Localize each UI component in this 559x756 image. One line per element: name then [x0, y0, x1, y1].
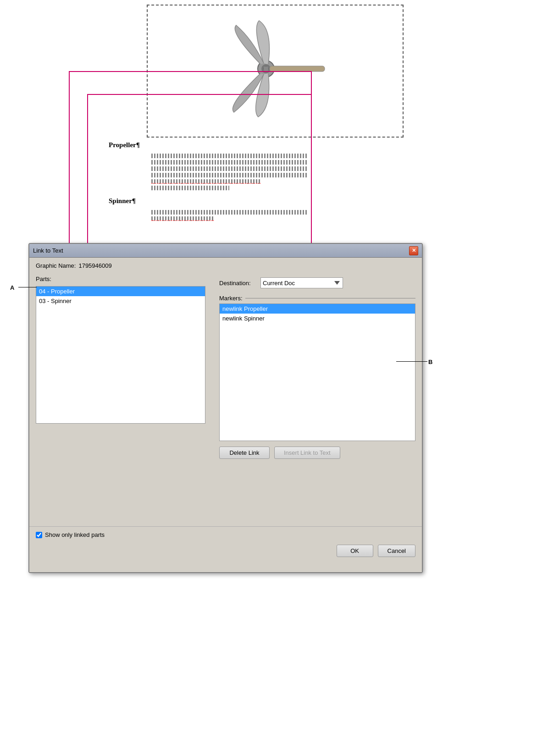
graphic-name-value: 1795946009: [78, 262, 111, 269]
link-to-text-dialog: Link to Text ✕ Graphic Name: 1795946009 …: [28, 243, 423, 573]
annotation-b: B: [428, 359, 432, 365]
parts-column: Parts: 04 - Propeller 03 - Spinner: [36, 276, 205, 424]
destination-row: Destination: Current Doc Another Doc: [219, 277, 415, 288]
show-linked-label: Show only linked parts: [45, 531, 105, 538]
markers-section: Markers: newlink Propeller newlink Spinn…: [219, 295, 415, 441]
destination-label: Destination:: [219, 280, 256, 287]
parts-list[interactable]: 04 - Propeller 03 - Spinner: [36, 286, 205, 424]
destination-select[interactable]: Current Doc Another Doc: [260, 277, 343, 288]
svg-rect-4: [264, 66, 268, 71]
annotation-b-line: [396, 361, 427, 362]
markers-item-spinner[interactable]: newlink Spinner: [220, 314, 415, 323]
spinner-heading: Spinner¶: [109, 197, 136, 205]
annotation-a: A: [10, 284, 14, 291]
two-column-layout: Parts: 04 - Propeller 03 - Spinner Desti…: [36, 276, 415, 459]
delete-link-button[interactable]: Delete Link: [219, 447, 270, 459]
dialog-titlebar: Link to Text ✕: [29, 244, 422, 258]
markers-divider: [245, 298, 415, 298]
propeller-heading: Propeller¶: [109, 141, 140, 149]
dialog-close-button[interactable]: ✕: [409, 246, 418, 255]
dialog-inner: Graphic Name: 1795946009 Parts: 04 - Pro…: [29, 258, 422, 459]
cancel-button[interactable]: Cancel: [378, 545, 415, 557]
graphic-name-row: Graphic Name: 1795946009: [36, 262, 415, 269]
ok-cancel-row: OK Cancel: [36, 545, 415, 557]
show-linked-parts-row: Show only linked parts: [36, 531, 415, 538]
graphic-name-label: Graphic Name:: [36, 262, 76, 269]
markers-item-propeller[interactable]: newlink Propeller: [220, 304, 415, 314]
parts-item-spinner[interactable]: 03 - Spinner: [36, 296, 205, 306]
markers-label-text: Markers:: [219, 295, 243, 302]
right-column: Destination: Current Doc Another Doc Mar…: [219, 276, 415, 459]
markers-label-row: Markers:: [219, 295, 415, 302]
dialog-bottom: Show only linked parts OK Cancel: [29, 526, 422, 572]
spinner-text-block: [151, 210, 307, 223]
parts-label: Parts:: [36, 276, 51, 282]
dialog-title: Link to Text: [33, 247, 63, 254]
annotation-a-line: [18, 287, 37, 287]
parts-header-row: Parts:: [36, 276, 205, 284]
markers-list[interactable]: newlink Propeller newlink Spinner: [219, 304, 415, 441]
parts-item-propeller[interactable]: 04 - Propeller: [36, 287, 205, 296]
link-buttons-row: Delete Link Insert Link to Text: [219, 447, 415, 459]
document-background: Propeller¶ Spinner¶: [0, 0, 559, 284]
show-linked-checkbox[interactable]: [36, 532, 42, 538]
ok-button[interactable]: OK: [337, 545, 373, 557]
propeller-text-block: [151, 154, 307, 192]
insert-link-button[interactable]: Insert Link to Text: [274, 447, 340, 459]
